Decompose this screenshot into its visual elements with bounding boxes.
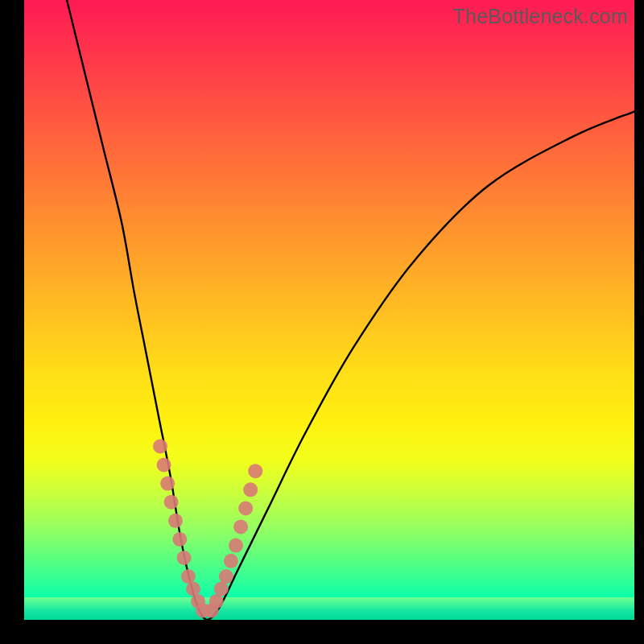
marker-dot — [168, 514, 183, 528]
marker-dot — [177, 551, 192, 565]
marker-dot — [164, 495, 179, 510]
marker-dot — [238, 501, 253, 515]
watermark-text: TheBottleneck.com — [453, 5, 628, 28]
marker-dot — [219, 569, 233, 584]
marker-dot — [243, 482, 258, 497]
marker-dot — [224, 554, 238, 568]
marker-dot — [248, 464, 262, 478]
marker-dot — [181, 569, 196, 584]
marker-dot — [214, 582, 229, 597]
marker-dot — [153, 439, 167, 453]
marker-dot — [209, 594, 224, 609]
marker-dot — [160, 477, 175, 491]
marker-dot — [157, 458, 171, 473]
curve-layer — [24, 0, 634, 620]
marker-dot — [172, 532, 187, 547]
bottleneck-curve — [67, 0, 634, 620]
marker-dot — [186, 582, 200, 597]
marker-group — [153, 439, 262, 617]
marker-dot — [233, 520, 248, 535]
marker-dot — [229, 539, 243, 553]
plot-area — [24, 0, 634, 620]
